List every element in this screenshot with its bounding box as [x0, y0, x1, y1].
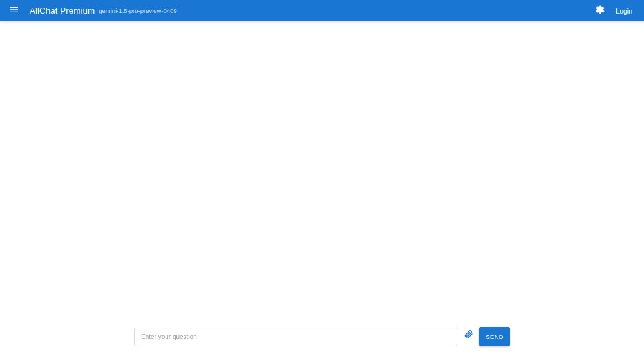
messages-pane — [0, 21, 644, 363]
composer-row: SEND — [134, 327, 510, 346]
model-name: gemini-1.5-pro-preview-0409 — [99, 7, 176, 14]
login-button[interactable]: Login — [611, 5, 638, 17]
settings-icon — [595, 5, 605, 17]
chat-area: SEND — [0, 21, 644, 363]
app-header: AllChat Premium gemini-1.5-pro-preview-0… — [0, 0, 644, 21]
attach-button[interactable] — [462, 329, 474, 341]
settings-button[interactable] — [592, 3, 608, 19]
question-input[interactable] — [134, 328, 457, 346]
menu-button[interactable] — [6, 3, 22, 19]
send-button[interactable]: SEND — [479, 327, 510, 346]
app-title: AllChat Premium — [30, 6, 95, 15]
paperclip-icon — [464, 329, 473, 341]
menu-icon — [9, 5, 19, 17]
